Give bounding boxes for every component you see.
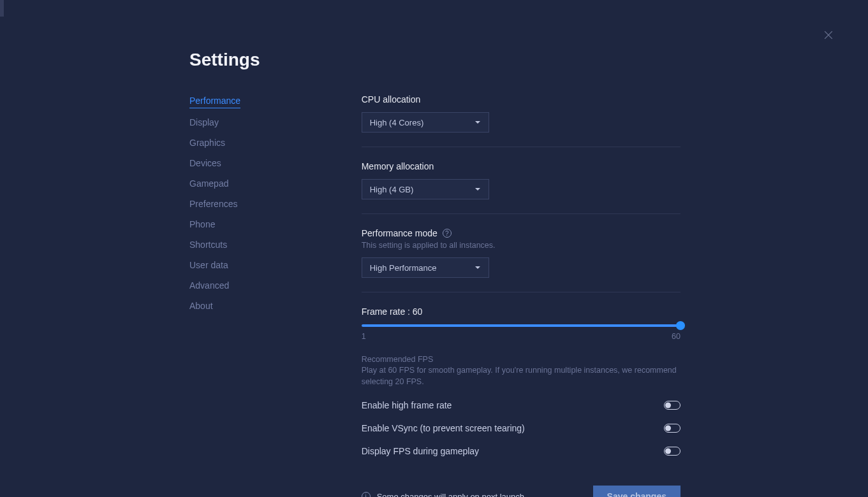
sidebar-item-devices[interactable]: Devices [189, 157, 276, 169]
enable-vsync-label: Enable VSync (to prevent screen tearing) [362, 423, 525, 433]
page-title: Settings [189, 50, 680, 70]
toggle-knob [665, 449, 671, 454]
sidebar-item-gamepad[interactable]: Gamepad [189, 177, 276, 190]
sidebar-item-graphics[interactable]: Graphics [189, 136, 276, 149]
frame-rate-slider-thumb[interactable] [676, 321, 685, 330]
enable-vsync-toggle[interactable] [664, 424, 680, 433]
enable-high-frame-rate-label: Enable high frame rate [362, 400, 452, 410]
frame-rate-min: 1 [362, 332, 366, 341]
sidebar-item-preferences[interactable]: Preferences [189, 198, 276, 210]
sidebar-item-user-data[interactable]: User data [189, 259, 276, 271]
save-changes-button[interactable]: Save changes [593, 486, 680, 497]
recommended-fps-body: Play at 60 FPS for smooth gameplay. If y… [362, 365, 680, 387]
enable-high-frame-rate-toggle[interactable] [664, 401, 680, 410]
info-icon: i [362, 492, 371, 497]
settings-main-panel: CPU allocation High (4 Cores) Memory all… [362, 94, 680, 497]
recommended-fps-title: Recommended FPS [362, 355, 680, 364]
section-divider [362, 292, 680, 292]
settings-window: Settings Performance Display Graphics De… [0, 0, 868, 497]
frame-rate-slider[interactable] [362, 324, 680, 327]
window-edge-decoration [0, 0, 4, 17]
cpu-allocation-label: CPU allocation [362, 94, 680, 104]
settings-sidebar: Performance Display Graphics Devices Gam… [189, 94, 276, 497]
performance-mode-select[interactable]: High Performance [362, 257, 489, 278]
memory-allocation-label: Memory allocation [362, 161, 680, 171]
performance-mode-value: High Performance [370, 263, 437, 273]
toggle-knob [665, 426, 671, 431]
chevron-down-icon [474, 264, 481, 271]
close-icon [822, 29, 835, 41]
section-divider [362, 213, 680, 214]
display-fps-toggle[interactable] [664, 447, 680, 456]
toggle-knob [665, 403, 671, 408]
sidebar-item-performance[interactable]: Performance [189, 94, 240, 108]
close-button[interactable] [822, 29, 835, 41]
sidebar-item-about[interactable]: About [189, 299, 276, 312]
display-fps-label: Display FPS during gameplay [362, 446, 479, 456]
memory-allocation-value: High (4 GB) [370, 185, 414, 194]
cpu-allocation-select[interactable]: High (4 Cores) [362, 112, 489, 133]
cpu-allocation-value: High (4 Cores) [370, 118, 424, 127]
frame-rate-max: 60 [672, 332, 680, 341]
memory-allocation-select[interactable]: High (4 GB) [362, 179, 489, 199]
frame-rate-label: Frame rate : 60 [362, 306, 680, 317]
sidebar-item-advanced[interactable]: Advanced [189, 279, 276, 292]
footer-note-text: Some changes will apply on next launch [377, 492, 524, 498]
section-divider [362, 147, 680, 147]
sidebar-item-display[interactable]: Display [189, 116, 276, 129]
chevron-down-icon [474, 186, 481, 192]
help-icon[interactable]: ? [443, 229, 452, 238]
performance-mode-sublabel: This setting is applied to all instances… [362, 241, 680, 250]
chevron-down-icon [474, 119, 481, 126]
sidebar-item-phone[interactable]: Phone [189, 218, 276, 231]
performance-mode-label: Performance mode [362, 228, 438, 238]
sidebar-item-shortcuts[interactable]: Shortcuts [189, 238, 276, 251]
